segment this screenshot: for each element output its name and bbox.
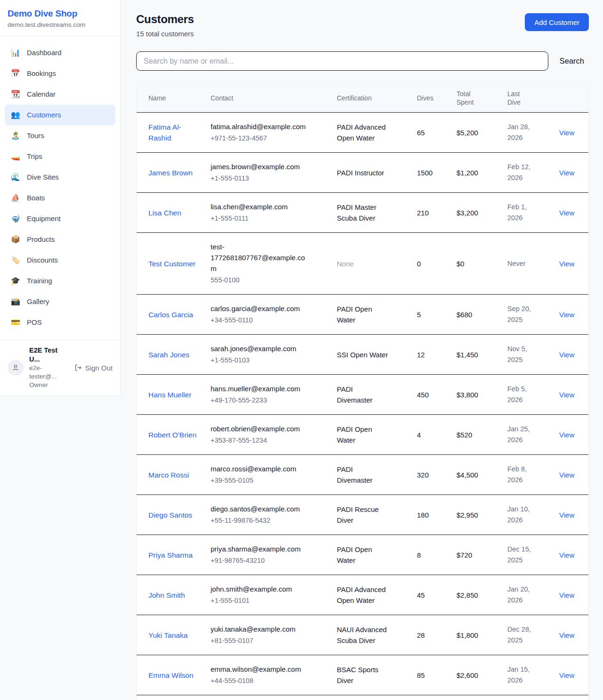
sidebar-item-label: Gallery <box>27 296 49 307</box>
page-header: Customers 15 total customers Add Custome… <box>136 13 589 38</box>
sign-out-label: Sign Out <box>85 364 113 372</box>
view-customer-link[interactable]: View <box>559 351 574 359</box>
customer-email: robert.obrien@example.com <box>211 423 309 434</box>
view-customer-link[interactable]: View <box>559 591 574 599</box>
view-customer-link[interactable]: View <box>559 311 574 319</box>
customer-phone: +34-555-0110 <box>211 315 309 326</box>
view-customer-link[interactable]: View <box>559 129 574 137</box>
customer-dives: 320 <box>411 455 451 495</box>
customer-phone: +353-87-555-1234 <box>211 435 309 446</box>
sidebar-item-discounts[interactable]: 🏷️ Discounts <box>5 250 115 271</box>
customer-name-link[interactable]: Carlos Garcia <box>148 311 193 319</box>
calendar-icon: 📅 <box>11 68 20 79</box>
sidebar-item-customers[interactable]: 👥 Customers <box>5 105 115 125</box>
table-row: Priya Sharma priya.sharma@example.com +9… <box>137 535 589 575</box>
sidebar-item-trips[interactable]: 🚤 Trips <box>5 146 115 167</box>
customer-email: james.brown@example.com <box>211 161 309 172</box>
view-customer-link[interactable]: View <box>559 391 574 399</box>
customer-certification: PADI Instructor <box>331 153 411 193</box>
customer-total-spent: $720 <box>451 535 502 575</box>
sidebar-item-label: Boats <box>27 193 45 203</box>
customer-certification: PADI Advanced Open Water <box>331 575 411 615</box>
customer-phone: +81-555-0107 <box>211 635 309 646</box>
customer-email: fatima.alrashid@example.com <box>211 121 309 132</box>
customer-last-dive: Jan 25, 2026 <box>502 415 552 455</box>
table-row: Yuki Tanaka yuki.tanaka@example.com +81-… <box>137 615 589 655</box>
view-customer-link[interactable]: View <box>559 631 574 639</box>
view-customer-link[interactable]: View <box>559 471 574 479</box>
page-title: Customers <box>136 13 194 26</box>
customer-phone: +1-555-0111 <box>211 213 309 224</box>
customer-last-dive: Dec 28, 2025 <box>502 615 552 655</box>
customer-phone: +971-55-123-4567 <box>211 133 309 144</box>
customer-name-link[interactable]: Lisa Chen <box>148 209 181 217</box>
customer-name-link[interactable]: John Smith <box>148 591 185 599</box>
island-icon: 🏝️ <box>11 131 20 141</box>
customer-name-link[interactable]: Marco Rossi <box>148 471 189 479</box>
user-icon <box>12 364 19 371</box>
app-root: Demo Dive Shop demo.test.divestreams.com… <box>0 0 603 700</box>
customer-name-link[interactable]: Priya Sharma <box>148 551 193 559</box>
customer-name-link[interactable]: Hans Mueller <box>148 391 191 399</box>
customer-name-link[interactable]: Yuki Tanaka <box>148 631 187 639</box>
credit-card-icon: 💳 <box>11 317 20 328</box>
view-customer-link[interactable]: View <box>559 209 574 217</box>
sidebar-item-tours[interactable]: 🏝️ Tours <box>5 125 115 146</box>
search-button[interactable]: Search <box>560 57 589 66</box>
customer-last-dive: Dec 15, 2025 <box>502 535 552 575</box>
table-row: Hans Mueller hans.mueller@example.com +4… <box>137 375 589 415</box>
table-row: Test Customer test-1772681807767@example… <box>137 233 589 295</box>
view-customer-link[interactable]: View <box>559 431 574 439</box>
customer-name-link[interactable]: Fatima Al-Rashid <box>148 123 181 142</box>
sidebar-item-calendar[interactable]: 📆 Calendar <box>5 84 115 105</box>
add-customer-button[interactable]: Add Customer <box>525 13 589 31</box>
sidebar-item-label: Customers <box>27 110 61 120</box>
sidebar-item-equipment[interactable]: 🤿 Equipment <box>5 208 115 229</box>
sidebar-item-gallery[interactable]: 📸 Gallery <box>5 291 115 312</box>
sidebar-item-training[interactable]: 🎓 Training <box>5 271 115 291</box>
customer-total-spent: $0 <box>451 233 502 295</box>
customer-last-dive: Jan 15, 2026 <box>502 655 552 695</box>
customer-name-link[interactable]: Emma Wilson <box>148 671 194 679</box>
user-role: Owner <box>29 381 69 389</box>
sidebar-item-dashboard[interactable]: 📊 Dashboard <box>5 42 115 63</box>
customer-phone: +91-98765-43210 <box>211 555 309 566</box>
graduation-cap-icon: 🎓 <box>11 276 20 286</box>
customer-name-link[interactable]: Test Customer <box>148 260 196 268</box>
sidebar-item-label: Bookings <box>27 68 56 79</box>
sidebar-item-products[interactable]: 📦 Products <box>5 229 115 250</box>
customer-name-link[interactable]: James Brown <box>148 169 193 177</box>
customer-name-link[interactable]: Robert O'Brien <box>148 431 196 439</box>
column-header-last-dive: Last Dive <box>502 84 552 113</box>
sidebar-item-boats[interactable]: ⛵ Boats <box>5 188 115 208</box>
view-customer-link[interactable]: View <box>559 169 574 177</box>
sidebar-item-pos[interactable]: 💳 POS <box>5 312 115 333</box>
sidebar-item-bookings[interactable]: 📅 Bookings <box>5 63 115 84</box>
customer-dives: 4 <box>411 415 451 455</box>
user-email: e2e-tester@... <box>29 364 69 381</box>
view-customer-link[interactable]: View <box>559 671 574 679</box>
customer-email: diego.santos@example.com <box>211 503 309 514</box>
customer-total-spent: $2,600 <box>451 655 502 695</box>
customer-total-spent: $1,800 <box>451 615 502 655</box>
customer-last-dive: Feb 10, 2026 <box>502 695 552 700</box>
customer-name-link[interactable]: Sarah Jones <box>148 351 189 359</box>
sign-out-button[interactable]: Sign Out <box>74 364 113 372</box>
customer-dives: 0 <box>411 233 451 295</box>
customer-phone: +49-170-555-2233 <box>211 395 309 406</box>
package-icon: 📦 <box>11 234 20 245</box>
view-customer-link[interactable]: View <box>559 260 574 268</box>
customer-dives: 45 <box>411 575 451 615</box>
view-customer-link[interactable]: View <box>559 511 574 519</box>
view-customer-link[interactable]: View <box>559 551 574 559</box>
table-row: Lisa Chen lisa.chen@example.com +1-555-0… <box>137 193 589 233</box>
customer-phone: +1-555-0113 <box>211 173 309 184</box>
customer-last-dive: Feb 8, 2026 <box>502 455 552 495</box>
customer-name-link[interactable]: Diego Santos <box>148 511 192 519</box>
customer-phone: +39-555-0105 <box>211 475 309 486</box>
customer-email: john.smith@example.com <box>211 584 309 594</box>
customer-count: 15 total customers <box>136 30 194 38</box>
customers-table: NameContactCertificationDivesTotal Spent… <box>137 84 589 700</box>
search-input[interactable] <box>136 51 548 71</box>
sidebar-item-dive-sites[interactable]: 🌊 Dive Sites <box>5 167 115 188</box>
